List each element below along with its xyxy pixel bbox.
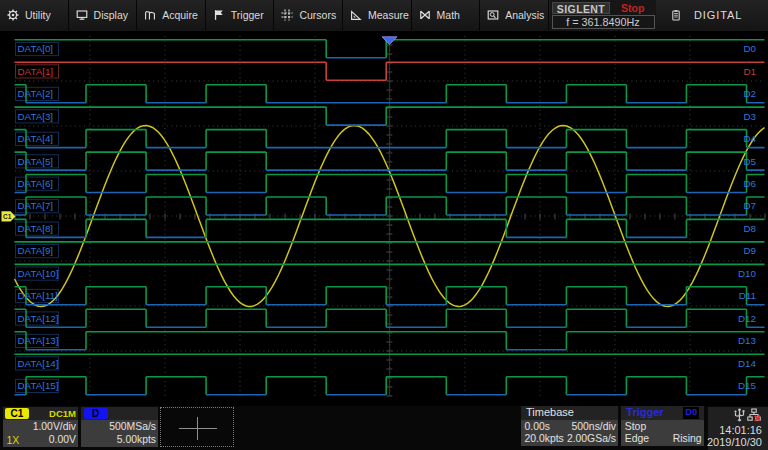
svg-text:D5: D5 bbox=[743, 156, 756, 167]
svg-text:D11: D11 bbox=[739, 290, 756, 301]
svg-text:D6: D6 bbox=[743, 178, 756, 189]
svg-text:DATA[3]: DATA[3] bbox=[18, 111, 54, 122]
svg-text:DATA[11]: DATA[11] bbox=[18, 290, 59, 301]
svg-text:DATA[0]: DATA[0] bbox=[18, 43, 54, 54]
svg-text:DATA[10]: DATA[10] bbox=[18, 268, 59, 279]
svg-text:D9: D9 bbox=[743, 245, 756, 256]
svg-text:C1: C1 bbox=[3, 213, 12, 220]
svg-text:D8: D8 bbox=[743, 223, 756, 234]
svg-text:DATA[4]: DATA[4] bbox=[18, 133, 54, 144]
svg-text:DATA[1]: DATA[1] bbox=[18, 66, 54, 77]
svg-text:D0: D0 bbox=[743, 43, 756, 54]
svg-text:DATA[2]: DATA[2] bbox=[18, 88, 54, 99]
svg-text:DATA[7]: DATA[7] bbox=[18, 200, 54, 211]
svg-text:D10: D10 bbox=[738, 268, 757, 279]
svg-text:D13: D13 bbox=[738, 335, 757, 346]
svg-text:D14: D14 bbox=[738, 358, 757, 369]
svg-text:DATA[5]: DATA[5] bbox=[18, 156, 54, 167]
svg-text:DATA[9]: DATA[9] bbox=[18, 245, 54, 256]
svg-text:D2: D2 bbox=[743, 88, 756, 99]
svg-text:D12: D12 bbox=[738, 313, 756, 324]
svg-text:DATA[8]: DATA[8] bbox=[18, 223, 54, 234]
svg-text:DATA[13]: DATA[13] bbox=[18, 335, 59, 346]
svg-text:D7: D7 bbox=[743, 200, 756, 211]
svg-text:D3: D3 bbox=[743, 111, 756, 122]
svg-text:D15: D15 bbox=[738, 380, 757, 391]
svg-text:DATA[15]: DATA[15] bbox=[18, 380, 59, 391]
svg-text:DATA[12]: DATA[12] bbox=[18, 313, 59, 324]
svg-text:D4: D4 bbox=[743, 133, 756, 144]
svg-text:D1: D1 bbox=[743, 66, 756, 77]
svg-text:DATA[6]: DATA[6] bbox=[18, 178, 54, 189]
svg-text:DATA[14]: DATA[14] bbox=[18, 358, 59, 369]
